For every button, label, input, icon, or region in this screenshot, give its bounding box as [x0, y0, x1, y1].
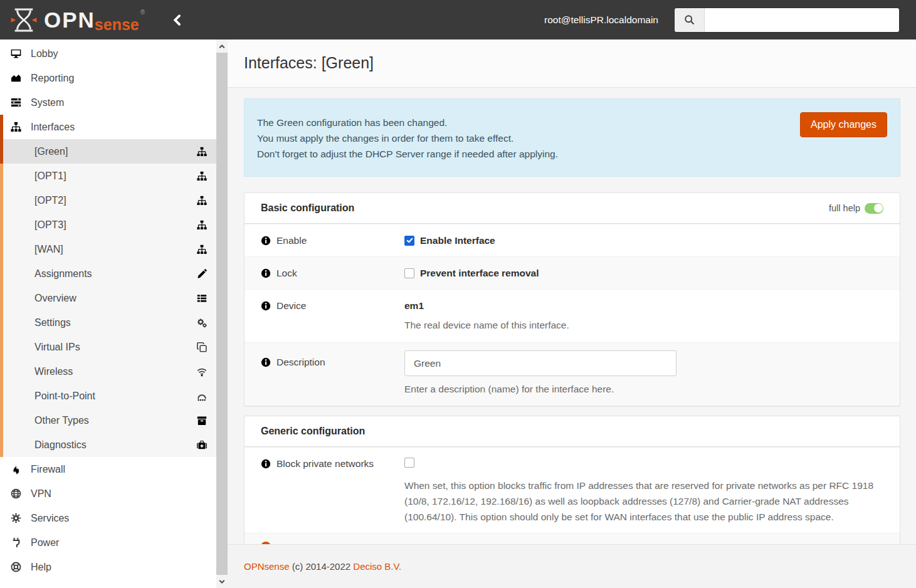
info-icon[interactable]	[261, 236, 271, 246]
form-row-description: Description Enter a description (name) f…	[245, 342, 900, 406]
info-icon[interactable]	[261, 268, 271, 278]
sidebar-scrollbar[interactable]	[216, 39, 228, 588]
sitemap-icon	[196, 171, 208, 181]
field-help-text: Enter a description (name) for the inter…	[404, 384, 883, 394]
sidebar-item-label: [WAN]	[34, 244, 63, 255]
form-row-clipped	[245, 533, 900, 544]
panel-title: Basic configuration	[261, 202, 354, 214]
sidebar-item-label: Overview	[34, 293, 76, 304]
sidebar-item-settings[interactable]: Settings	[0, 310, 216, 335]
sidebar-item-wireless[interactable]: Wireless	[0, 359, 216, 384]
sitemap-icon	[196, 220, 208, 230]
deciso-link[interactable]: Deciso B.V.	[353, 561, 401, 572]
gears-icon	[196, 318, 208, 328]
scroll-down-button[interactable]	[216, 575, 228, 588]
clone-icon	[196, 342, 208, 352]
sidebar-item-label: VPN	[31, 488, 51, 500]
sidebar-item-label: Firewall	[31, 464, 65, 475]
sidebar-item-point-to-point[interactable]: Point-to-Point	[0, 384, 216, 408]
brand-logo[interactable]: OPN sense ®	[10, 6, 145, 34]
desktop-icon	[10, 48, 22, 59]
brand-text-opn: OPN	[44, 9, 95, 31]
sidebar-item-label: Assignments	[34, 268, 92, 280]
full-help-toggle-group[interactable]: full help	[829, 203, 883, 214]
sidebar-item-other-types[interactable]: Other Types	[0, 408, 216, 433]
sidebar-item-wan[interactable]: [WAN]	[0, 237, 216, 261]
sitemap-icon	[196, 244, 208, 255]
scroll-up-button[interactable]	[216, 39, 228, 53]
sidebar-item-assignments[interactable]: Assignments	[0, 261, 216, 286]
opnsense-link[interactable]: OPNsense	[244, 561, 290, 572]
full-help-label: full help	[829, 203, 860, 213]
panel-header: Generic configuration	[245, 416, 900, 447]
sidebar-item-label: Point-to-Point	[34, 391, 95, 402]
prevent-removal-checkbox[interactable]	[404, 268, 414, 278]
search-input[interactable]	[705, 8, 899, 32]
description-input[interactable]	[404, 350, 676, 376]
alert-message: The Green configuration has been changed…	[257, 115, 558, 162]
sidebar-item-label: System	[31, 97, 64, 108]
sidebar-nav: Lobby Reporting System Interfaces [Green…	[0, 39, 216, 588]
search-box	[674, 8, 900, 33]
sidebar-item-label: Lobby	[31, 48, 58, 60]
logged-in-user: root@tellisPR.localdomain	[544, 14, 658, 26]
gear-icon	[10, 513, 22, 523]
tasks-icon	[10, 97, 22, 108]
sidebar-item-system[interactable]: System	[0, 90, 216, 115]
info-icon[interactable]	[261, 301, 271, 311]
sidebar-item-help[interactable]: Help	[0, 555, 216, 579]
pencil-icon	[196, 269, 208, 279]
form-row-block-private-networks: Block private networks When set, this op…	[245, 447, 900, 533]
checkbox-label: Prevent interface removal	[420, 268, 539, 279]
sidebar-item-opt2[interactable]: [OPT2]	[0, 188, 216, 213]
sidebar-item-diagnostics[interactable]: Diagnostics	[0, 433, 216, 457]
sidebar-item-vpn[interactable]: VPN	[0, 481, 216, 506]
sidebar-collapse-icon[interactable]	[171, 14, 184, 26]
checkbox-label: Enable Interface	[420, 235, 495, 246]
full-help-toggle[interactable]	[865, 203, 883, 214]
alert-line: The Green configuration has been changed…	[257, 115, 558, 130]
apply-changes-button[interactable]: Apply changes	[800, 112, 887, 137]
search-icon	[684, 14, 695, 25]
sidebar-item-green[interactable]: [Green]	[0, 139, 216, 164]
block-private-networks-checkbox[interactable]	[404, 458, 414, 468]
panel-header: Basic configuration full help	[245, 193, 900, 224]
medkit-icon	[196, 440, 208, 450]
info-icon[interactable]	[261, 357, 271, 367]
chevron-down-icon	[218, 578, 226, 585]
sidebar-item-reporting[interactable]: Reporting	[0, 66, 216, 90]
page-header: Interfaces: [Green]	[228, 39, 916, 88]
sidebar-item-label: Reporting	[31, 73, 74, 84]
enable-interface-checkbox[interactable]	[404, 236, 414, 246]
main-area: Interfaces: [Green] The Green configurat…	[228, 39, 916, 588]
sidebar-item-label: Help	[31, 562, 51, 573]
sitemap-icon	[10, 122, 22, 132]
top-bar: OPN sense ® root@tellisPR.localdomain	[0, 0, 916, 39]
chevron-up-icon	[218, 43, 226, 50]
sidebar-item-interfaces[interactable]: Interfaces	[0, 115, 216, 139]
sidebar-item-lobby[interactable]: Lobby	[0, 41, 216, 66]
sidebar-item-overview[interactable]: Overview	[0, 286, 216, 310]
sidebar-item-label: [Green]	[34, 146, 68, 157]
sidebar-item-firewall[interactable]: Firewall	[0, 457, 216, 481]
sidebar-item-virtual-ips[interactable]: Virtual IPs	[0, 335, 216, 359]
sidebar-item-label: [OPT1]	[34, 171, 66, 182]
device-value: em1	[404, 300, 883, 312]
sidebar-item-label: Power	[31, 537, 59, 549]
info-icon[interactable]	[261, 459, 271, 469]
arch-icon	[196, 391, 208, 401]
field-help-text: When set, this option blocks traffic fro…	[404, 478, 883, 525]
copyright-text: (c) 2014-2022	[292, 561, 350, 572]
page-title: Interfaces: [Green]	[244, 54, 900, 72]
wifi-icon	[196, 367, 208, 377]
search-addon[interactable]	[675, 8, 705, 32]
registered-mark: ®	[140, 9, 145, 16]
sidebar-item-power[interactable]: Power	[0, 530, 216, 555]
life-ring-icon	[10, 562, 22, 572]
sidebar-item-opt1[interactable]: [OPT1]	[0, 164, 216, 188]
sidebar-item-label: [OPT2]	[34, 195, 66, 206]
sidebar-item-opt3[interactable]: [OPT3]	[0, 213, 216, 237]
sidebar-item-services[interactable]: Services	[0, 506, 216, 530]
page-footer: OPNsense (c) 2014-2022 Deciso B.V.	[228, 544, 916, 588]
field-label: Description	[276, 357, 325, 368]
